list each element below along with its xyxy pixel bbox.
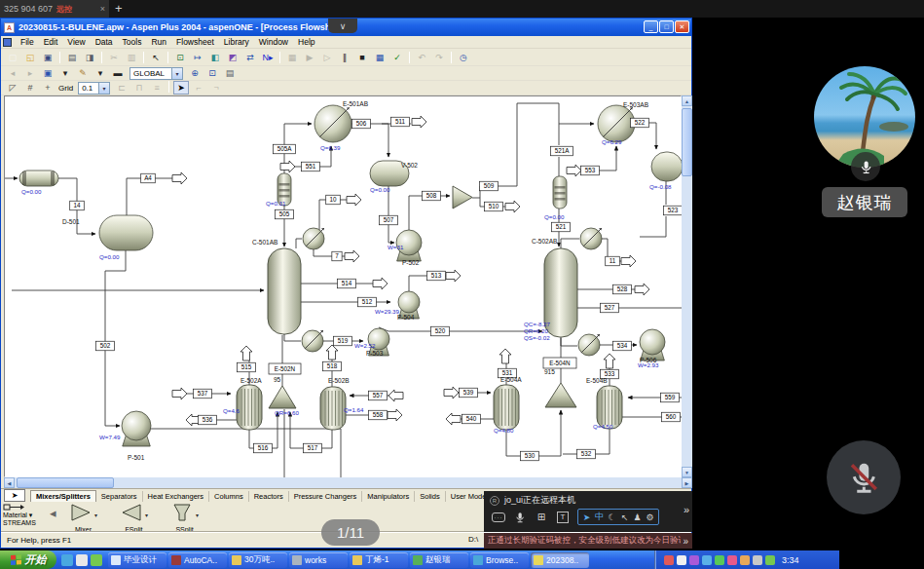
menu-edit[interactable]: Edit — [39, 37, 63, 47]
tray-icon[interactable] — [715, 555, 724, 565]
equipment-column[interactable] — [268, 248, 301, 334]
menu-view[interactable]: View — [62, 37, 90, 47]
annotate-dd-icon[interactable]: ▾ — [92, 66, 108, 80]
tray-icon[interactable] — [702, 555, 712, 565]
open-stream-arrow[interactable] — [172, 172, 187, 184]
new-icon[interactable]: ▢ — [5, 51, 20, 64]
laser-pointer-icon[interactable]: ↖ — [618, 511, 631, 524]
equipment-cone[interactable] — [269, 386, 296, 408]
mute-microphone-button[interactable] — [827, 440, 901, 514]
tray-icon[interactable] — [677, 555, 686, 565]
chat-icon[interactable]: ··· — [488, 510, 509, 525]
equipment-heater[interactable] — [320, 387, 346, 430]
tray-icon[interactable] — [740, 555, 750, 565]
equipment-valve[interactable] — [580, 228, 602, 249]
equipment-valve[interactable] — [578, 334, 600, 356]
equipment-hx[interactable] — [314, 105, 351, 142]
stream-label[interactable]: 514 — [338, 279, 356, 288]
select-mode-icon[interactable]: ➤ — [173, 81, 189, 95]
stream-label[interactable]: 520 — [431, 326, 450, 336]
insert-mode-icon[interactable]: ¬ — [208, 81, 224, 95]
expand-warning-icon[interactable]: » — [683, 536, 688, 547]
menu-flowsheet[interactable]: Flowsheet — [171, 37, 219, 47]
model-ssplit[interactable]: ▾SSplit — [160, 503, 210, 533]
stream-label[interactable]: 516 — [254, 443, 273, 453]
equipment-drumh[interactable] — [651, 152, 683, 181]
insert-flowsheet-icon[interactable]: ⊡ — [172, 51, 188, 64]
stream-label[interactable]: 553 — [581, 166, 600, 175]
distribute-icon[interactable]: ≡ — [149, 81, 165, 95]
taskbar-button[interactable]: works — [289, 552, 348, 568]
user-icon[interactable]: ♟ — [631, 511, 644, 524]
menu-library[interactable]: Library — [219, 37, 254, 47]
redo-icon[interactable]: ↷ — [431, 51, 447, 64]
tray-icon[interactable] — [689, 555, 699, 565]
print-icon[interactable]: ▤ — [64, 51, 80, 64]
cut-icon[interactable]: ✂ — [106, 51, 122, 64]
stream-label[interactable]: 551 — [302, 162, 320, 171]
chevron-down-icon[interactable]: ▾ — [94, 512, 97, 518]
menu-run[interactable]: Run — [146, 37, 171, 47]
stream-label[interactable]: 521 — [552, 222, 571, 232]
open-stream-arrow[interactable] — [621, 255, 636, 267]
screen-share-icon[interactable]: ⊞ — [531, 510, 552, 525]
align-top-icon[interactable]: ⊓ — [131, 81, 147, 95]
quick-launch-icon[interactable] — [91, 554, 102, 566]
library-tab-reactors[interactable]: Reactors — [249, 491, 289, 502]
check-status-icon[interactable]: ✓ — [389, 51, 405, 64]
grid-size-combo[interactable]: 0.1 ▾ — [78, 82, 110, 95]
stream-label[interactable]: 506 — [352, 119, 371, 129]
print-preview-icon[interactable]: ◨ — [82, 51, 97, 64]
align-left-icon[interactable]: ⊏ — [114, 81, 129, 95]
stream-label[interactable]: 519 — [334, 336, 352, 346]
snap-icon[interactable]: + — [40, 81, 55, 95]
open-stream-arrow[interactable] — [172, 388, 187, 399]
stream-label[interactable]: A4 — [141, 173, 156, 183]
reconcile-icon[interactable]: ▦ — [372, 51, 388, 64]
equipment-drumh[interactable] — [99, 215, 153, 250]
equipment-label-box[interactable]: E-504N — [543, 358, 576, 368]
stream-label[interactable]: 512 — [358, 297, 377, 307]
rotate-block-icon[interactable]: ◩ — [225, 51, 240, 64]
tray-icon[interactable] — [753, 555, 762, 565]
material-stream-icon[interactable]: ↦ — [190, 51, 205, 64]
maximize-button[interactable]: □ — [659, 20, 674, 33]
equipment-label-box[interactable]: E-502N — [269, 363, 301, 374]
night-mode-icon[interactable]: ☾ — [606, 511, 618, 524]
open-stream-arrow[interactable] — [604, 354, 615, 368]
menu-window[interactable]: Window — [254, 37, 293, 47]
stream-label[interactable]: 511 — [391, 117, 410, 127]
equipment-pump[interactable] — [122, 411, 151, 446]
viewport-icon[interactable]: ▣ — [40, 66, 55, 80]
stream-label[interactable]: 518 — [323, 361, 342, 371]
open-stream-arrow[interactable] — [326, 345, 338, 360]
quick-launch-icon[interactable] — [76, 554, 88, 566]
library-tab-solids[interactable]: Solids — [415, 491, 445, 502]
reroute-icon[interactable]: ⇄ — [242, 51, 258, 64]
viewport-dd-icon[interactable]: ▾ — [57, 66, 73, 80]
stream-label[interactable]: 11 — [606, 256, 620, 266]
help-pointer-icon[interactable]: ↖ — [148, 51, 164, 64]
history-icon[interactable]: ◷ — [456, 51, 471, 64]
open-stream-arrow[interactable] — [567, 165, 581, 176]
mic-icon[interactable] — [509, 510, 531, 525]
library-tab-separators[interactable]: Separators — [96, 491, 143, 502]
vertical-scrollbar[interactable]: ▲ ▼ — [682, 95, 692, 477]
flowsheet-scope-combo[interactable]: GLOBAL ▾ — [129, 67, 183, 80]
tray-icon[interactable] — [765, 555, 775, 565]
settings-gear-icon[interactable]: ⚙ — [644, 511, 656, 524]
open-stream-arrow[interactable] — [345, 250, 359, 262]
equipment-hx[interactable] — [598, 105, 635, 142]
taskbar-button[interactable]: Browse.. — [470, 552, 529, 568]
taskbar-button[interactable]: 202308.. — [531, 552, 589, 568]
flowsheet-canvas[interactable]: 14A4502505A55150550651150750850951010751… — [4, 95, 682, 477]
horizontal-scrollbar[interactable]: ◀ ▶ — [4, 477, 692, 488]
stream-label[interactable]: 534 — [613, 341, 632, 351]
taskbar-button[interactable]: 30万吨.. — [229, 552, 287, 568]
undo-icon[interactable]: ↶ — [414, 51, 429, 64]
menu-data[interactable]: Data — [91, 37, 118, 47]
block-icon[interactable]: ◧ — [207, 51, 223, 64]
library-tab-columns[interactable]: Columns — [209, 491, 249, 502]
library-tab-pressure-changers[interactable]: Pressure Changers — [289, 491, 363, 502]
equipment-heater[interactable] — [237, 385, 262, 430]
